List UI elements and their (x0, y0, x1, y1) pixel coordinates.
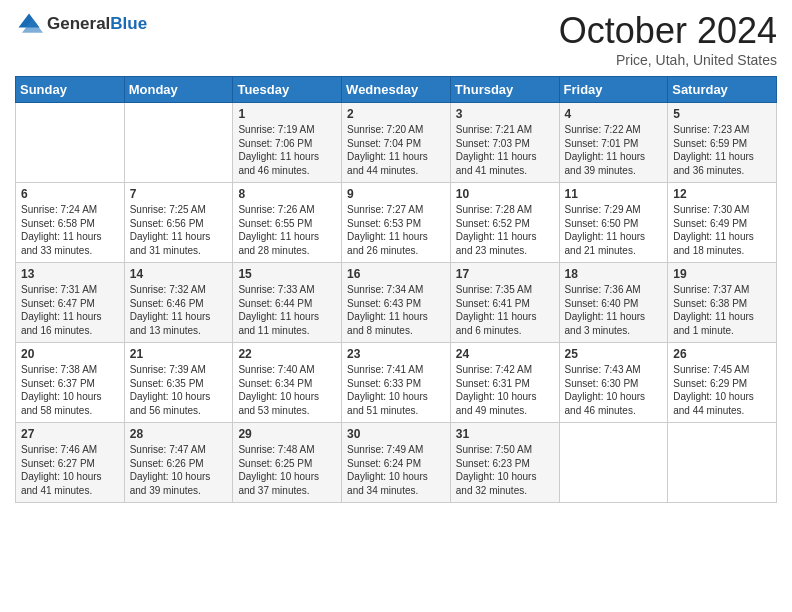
daylight-text: Daylight: 11 hours and 16 minutes. (21, 310, 119, 337)
logo-blue: Blue (110, 14, 147, 33)
sunset-text: Sunset: 6:25 PM (238, 457, 336, 471)
sunset-text: Sunset: 6:52 PM (456, 217, 554, 231)
cell-content: Sunrise: 7:45 AMSunset: 6:29 PMDaylight:… (673, 363, 771, 417)
cell-content: Sunrise: 7:47 AMSunset: 6:26 PMDaylight:… (130, 443, 228, 497)
day-number: 10 (456, 187, 554, 201)
cell-content: Sunrise: 7:50 AMSunset: 6:23 PMDaylight:… (456, 443, 554, 497)
sunrise-text: Sunrise: 7:50 AM (456, 443, 554, 457)
col-monday: Monday (124, 77, 233, 103)
daylight-text: Daylight: 10 hours and 56 minutes. (130, 390, 228, 417)
daylight-text: Daylight: 11 hours and 13 minutes. (130, 310, 228, 337)
table-row: 5Sunrise: 7:23 AMSunset: 6:59 PMDaylight… (668, 103, 777, 183)
cell-content: Sunrise: 7:42 AMSunset: 6:31 PMDaylight:… (456, 363, 554, 417)
table-row: 12Sunrise: 7:30 AMSunset: 6:49 PMDayligh… (668, 183, 777, 263)
cell-content: Sunrise: 7:22 AMSunset: 7:01 PMDaylight:… (565, 123, 663, 177)
day-number: 3 (456, 107, 554, 121)
sunset-text: Sunset: 6:46 PM (130, 297, 228, 311)
cell-content: Sunrise: 7:39 AMSunset: 6:35 PMDaylight:… (130, 363, 228, 417)
sunrise-text: Sunrise: 7:48 AM (238, 443, 336, 457)
cell-content: Sunrise: 7:21 AMSunset: 7:03 PMDaylight:… (456, 123, 554, 177)
table-row: 6Sunrise: 7:24 AMSunset: 6:58 PMDaylight… (16, 183, 125, 263)
sunset-text: Sunset: 6:35 PM (130, 377, 228, 391)
table-row (124, 103, 233, 183)
sunrise-text: Sunrise: 7:32 AM (130, 283, 228, 297)
table-row: 11Sunrise: 7:29 AMSunset: 6:50 PMDayligh… (559, 183, 668, 263)
day-number: 20 (21, 347, 119, 361)
sunrise-text: Sunrise: 7:28 AM (456, 203, 554, 217)
daylight-text: Daylight: 11 hours and 6 minutes. (456, 310, 554, 337)
calendar-week-2: 6Sunrise: 7:24 AMSunset: 6:58 PMDaylight… (16, 183, 777, 263)
daylight-text: Daylight: 11 hours and 44 minutes. (347, 150, 445, 177)
sunset-text: Sunset: 6:37 PM (21, 377, 119, 391)
sunrise-text: Sunrise: 7:37 AM (673, 283, 771, 297)
day-number: 19 (673, 267, 771, 281)
day-number: 21 (130, 347, 228, 361)
day-number: 14 (130, 267, 228, 281)
sunset-text: Sunset: 6:29 PM (673, 377, 771, 391)
daylight-text: Daylight: 11 hours and 1 minute. (673, 310, 771, 337)
day-number: 18 (565, 267, 663, 281)
cell-content: Sunrise: 7:24 AMSunset: 6:58 PMDaylight:… (21, 203, 119, 257)
sunset-text: Sunset: 6:47 PM (21, 297, 119, 311)
sunrise-text: Sunrise: 7:19 AM (238, 123, 336, 137)
title-area: October 2024 Price, Utah, United States (559, 10, 777, 68)
cell-content: Sunrise: 7:37 AMSunset: 6:38 PMDaylight:… (673, 283, 771, 337)
day-number: 6 (21, 187, 119, 201)
daylight-text: Daylight: 11 hours and 31 minutes. (130, 230, 228, 257)
table-row: 22Sunrise: 7:40 AMSunset: 6:34 PMDayligh… (233, 343, 342, 423)
daylight-text: Daylight: 11 hours and 21 minutes. (565, 230, 663, 257)
sunrise-text: Sunrise: 7:41 AM (347, 363, 445, 377)
cell-content: Sunrise: 7:31 AMSunset: 6:47 PMDaylight:… (21, 283, 119, 337)
day-number: 22 (238, 347, 336, 361)
sunrise-text: Sunrise: 7:36 AM (565, 283, 663, 297)
sunrise-text: Sunrise: 7:22 AM (565, 123, 663, 137)
table-row: 14Sunrise: 7:32 AMSunset: 6:46 PMDayligh… (124, 263, 233, 343)
cell-content: Sunrise: 7:35 AMSunset: 6:41 PMDaylight:… (456, 283, 554, 337)
table-row: 27Sunrise: 7:46 AMSunset: 6:27 PMDayligh… (16, 423, 125, 503)
sunrise-text: Sunrise: 7:46 AM (21, 443, 119, 457)
daylight-text: Daylight: 10 hours and 32 minutes. (456, 470, 554, 497)
sunrise-text: Sunrise: 7:31 AM (21, 283, 119, 297)
cell-content: Sunrise: 7:23 AMSunset: 6:59 PMDaylight:… (673, 123, 771, 177)
cell-content: Sunrise: 7:32 AMSunset: 6:46 PMDaylight:… (130, 283, 228, 337)
sunset-text: Sunset: 6:38 PM (673, 297, 771, 311)
sunrise-text: Sunrise: 7:30 AM (673, 203, 771, 217)
sunset-text: Sunset: 6:24 PM (347, 457, 445, 471)
table-row: 9Sunrise: 7:27 AMSunset: 6:53 PMDaylight… (342, 183, 451, 263)
sunrise-text: Sunrise: 7:34 AM (347, 283, 445, 297)
daylight-text: Daylight: 10 hours and 39 minutes. (130, 470, 228, 497)
sunset-text: Sunset: 6:30 PM (565, 377, 663, 391)
day-number: 25 (565, 347, 663, 361)
sunset-text: Sunset: 7:06 PM (238, 137, 336, 151)
table-row: 16Sunrise: 7:34 AMSunset: 6:43 PMDayligh… (342, 263, 451, 343)
sunrise-text: Sunrise: 7:20 AM (347, 123, 445, 137)
sunset-text: Sunset: 6:50 PM (565, 217, 663, 231)
sunset-text: Sunset: 6:26 PM (130, 457, 228, 471)
day-number: 28 (130, 427, 228, 441)
day-number: 4 (565, 107, 663, 121)
daylight-text: Daylight: 10 hours and 53 minutes. (238, 390, 336, 417)
day-number: 16 (347, 267, 445, 281)
col-thursday: Thursday (450, 77, 559, 103)
sunset-text: Sunset: 6:33 PM (347, 377, 445, 391)
table-row: 23Sunrise: 7:41 AMSunset: 6:33 PMDayligh… (342, 343, 451, 423)
cell-content: Sunrise: 7:40 AMSunset: 6:34 PMDaylight:… (238, 363, 336, 417)
sunrise-text: Sunrise: 7:45 AM (673, 363, 771, 377)
sunset-text: Sunset: 6:44 PM (238, 297, 336, 311)
table-row: 19Sunrise: 7:37 AMSunset: 6:38 PMDayligh… (668, 263, 777, 343)
calendar-table: Sunday Monday Tuesday Wednesday Thursday… (15, 76, 777, 503)
day-number: 8 (238, 187, 336, 201)
day-number: 1 (238, 107, 336, 121)
table-row: 26Sunrise: 7:45 AMSunset: 6:29 PMDayligh… (668, 343, 777, 423)
sunrise-text: Sunrise: 7:26 AM (238, 203, 336, 217)
calendar-week-3: 13Sunrise: 7:31 AMSunset: 6:47 PMDayligh… (16, 263, 777, 343)
sunrise-text: Sunrise: 7:47 AM (130, 443, 228, 457)
cell-content: Sunrise: 7:25 AMSunset: 6:56 PMDaylight:… (130, 203, 228, 257)
col-sunday: Sunday (16, 77, 125, 103)
day-number: 26 (673, 347, 771, 361)
cell-content: Sunrise: 7:41 AMSunset: 6:33 PMDaylight:… (347, 363, 445, 417)
sunrise-text: Sunrise: 7:49 AM (347, 443, 445, 457)
sunset-text: Sunset: 7:03 PM (456, 137, 554, 151)
daylight-text: Daylight: 10 hours and 41 minutes. (21, 470, 119, 497)
calendar-header-row: Sunday Monday Tuesday Wednesday Thursday… (16, 77, 777, 103)
